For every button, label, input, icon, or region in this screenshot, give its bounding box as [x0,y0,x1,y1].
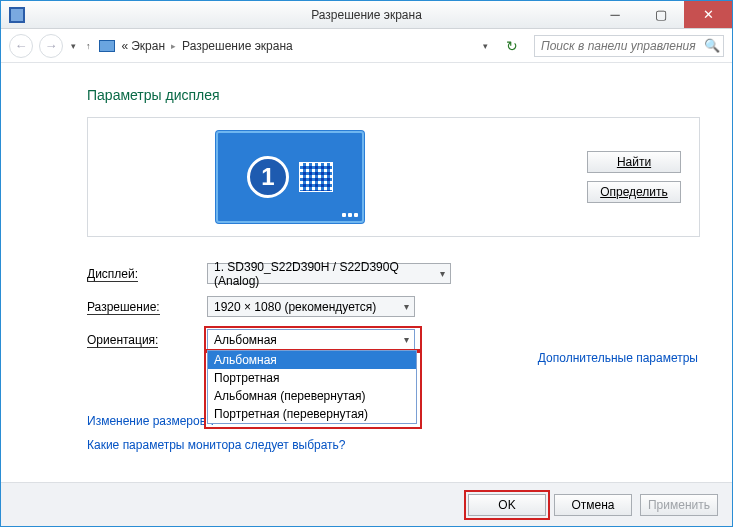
dialog-footer: OK Отмена Применить [1,482,732,526]
search-icon[interactable]: 🔍 [704,38,720,53]
settings-form: Дисплей: 1. SD390_S22D390H / S22D390Q (A… [87,263,700,350]
orientation-wrap: Альбомная Альбомная Портретная Альбомная… [207,329,415,350]
monitor-thumbnail[interactable]: 1 [216,131,364,223]
breadcrumb-root: « [122,39,129,53]
breadcrumb-dropdown-icon[interactable]: ▾ [483,41,488,51]
content-area: Параметры дисплея 1 Найти Определить Дис… [1,63,732,482]
resolution-select-value: 1920 × 1080 (рекомендуется) [214,300,376,314]
orientation-dropdown[interactable]: Альбомная Портретная Альбомная (переверн… [207,350,417,424]
row-orientation: Ориентация: Альбомная Альбомная Портретн… [87,329,700,350]
titlebar: Разрешение экрана ─ ▢ ✕ [1,1,732,29]
breadcrumb[interactable]: « Экран ▸ Разрешение экрана [99,39,476,53]
orientation-option-portrait[interactable]: Портретная [208,369,416,387]
find-button[interactable]: Найти [587,151,681,173]
label-resolution: Разрешение: [87,300,207,314]
monitor-icon [99,40,115,52]
orientation-select-value: Альбомная [214,333,277,347]
search-input[interactable] [534,35,724,57]
advanced-settings-link[interactable]: Дополнительные параметры [538,351,698,365]
monitor-help-link[interactable]: Какие параметры монитора следует выбрать… [87,438,700,452]
orientation-option-landscape-flipped[interactable]: Альбомная (перевернутая) [208,387,416,405]
row-display: Дисплей: 1. SD390_S22D390H / S22D390Q (A… [87,263,700,284]
label-display: Дисплей: [87,267,207,281]
detect-button[interactable]: Определить [587,181,681,203]
display-select[interactable]: 1. SD390_S22D390H / S22D390Q (Analog) [207,263,451,284]
window-title: Разрешение экрана [1,8,732,22]
display-select-value: 1. SD390_S22D390H / S22D390Q (Analog) [214,260,430,288]
refresh-button[interactable]: ↻ [502,36,522,56]
row-resolution: Разрешение: 1920 × 1080 (рекомендуется) [87,296,700,317]
chevron-right-icon: ▸ [171,41,176,51]
up-button[interactable]: ↑ [86,41,91,51]
monitor-number-badge: 1 [247,156,289,198]
back-button[interactable]: ← [9,34,33,58]
window: Разрешение экрана ─ ▢ ✕ ← → ▾ ↑ « Экран … [0,0,733,527]
search-field-wrap: 🔍 [534,35,724,57]
resolution-select[interactable]: 1920 × 1080 (рекомендуется) [207,296,415,317]
monitor-preview[interactable]: 1 [216,131,364,223]
label-orientation: Ориентация: [87,333,207,347]
page-heading: Параметры дисплея [87,87,700,103]
monitor-buttons: Найти Определить [587,151,681,203]
apply-button: Применить [640,494,718,516]
ok-button[interactable]: OK [468,494,546,516]
forward-button[interactable]: → [39,34,63,58]
monitor-tray-dots [342,213,358,217]
display-preview-box: 1 Найти Определить [87,117,700,237]
recent-dropdown-icon[interactable]: ▾ [71,41,76,51]
orientation-option-portrait-flipped[interactable]: Портретная (перевернутая) [208,405,416,423]
navigation-bar: ← → ▾ ↑ « Экран ▸ Разрешение экрана ▾ ↻ … [1,29,732,63]
orientation-option-landscape[interactable]: Альбомная [208,351,416,369]
cancel-button[interactable]: Отмена [554,494,632,516]
breadcrumb-item-resolution[interactable]: Разрешение экрана [182,39,293,53]
breadcrumb-item-screen[interactable]: Экран [131,39,165,53]
keypad-icon [299,162,333,192]
orientation-select[interactable]: Альбомная [207,329,415,350]
ok-wrap: OK [468,494,546,516]
